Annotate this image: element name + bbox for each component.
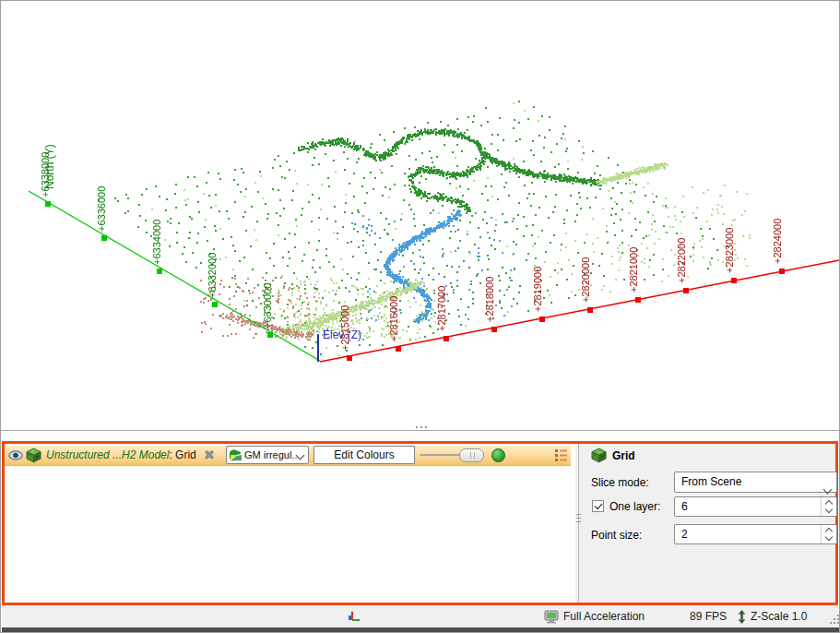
shape-title: Unstructured ...H2 Model: Grid — [46, 446, 196, 465]
acceleration-status[interactable]: Full Acceleration — [563, 605, 645, 627]
point-size-spinbox[interactable]: 2 — [674, 524, 837, 544]
shape-panel-frame: Unstructured ...H2 Model: Grid ✖ GM irre… — [2, 441, 838, 605]
panel-title: Grid — [612, 449, 635, 462]
list-properties-icon[interactable] — [554, 448, 568, 462]
horizontal-splitter-handle[interactable] — [425, 426, 427, 428]
opacity-slider-track[interactable] — [420, 454, 461, 456]
shape-title-suffix: : Grid — [169, 448, 195, 461]
monitor-icon — [544, 610, 559, 624]
chevron-down-icon — [297, 446, 303, 462]
one-layer-value: 6 — [681, 497, 688, 517]
one-layer-spinbox[interactable]: 6 — [674, 496, 837, 517]
shape-title-model: Unstructured ...H2 Model — [46, 448, 169, 461]
axes-icon — [346, 610, 361, 625]
colourmap-icon — [229, 448, 243, 462]
one-layer-checkbox[interactable] — [592, 500, 604, 512]
panel-splitter[interactable] — [575, 444, 582, 603]
z-scale-value[interactable]: Z-Scale 1.0 — [751, 605, 807, 627]
close-icon[interactable]: ✖ — [204, 446, 215, 464]
horizontal-splitter-handle[interactable] — [416, 426, 418, 428]
point-cloud-canvas[interactable] — [1, 1, 839, 430]
one-layer-label: One layer: — [609, 500, 660, 513]
shape-list: Unstructured ...H2 Model: Grid ✖ GM irre… — [5, 444, 575, 603]
slice-mode-value: From Scene — [681, 472, 741, 492]
edit-colours-button[interactable]: Edit Colours — [314, 446, 415, 464]
shape-status-light — [491, 448, 505, 462]
grid-cube-icon — [26, 448, 41, 463]
application-window: +6338000+6336000+6334000+6332000+6330000… — [0, 0, 840, 633]
checkmark-icon — [594, 501, 602, 509]
spin-down-icon — [825, 506, 833, 513]
point-size-value: 2 — [681, 525, 688, 544]
opacity-slider-handle[interactable] — [459, 448, 484, 462]
chevron-down-icon — [824, 480, 831, 496]
z-scale-arrow-icon — [737, 609, 747, 625]
slice-mode-select[interactable]: From Scene — [674, 472, 837, 493]
colourmap-dropdown[interactable]: GM irregul... — [226, 446, 309, 464]
eye-icon[interactable] — [8, 449, 23, 461]
horizontal-splitter-handle[interactable] — [420, 426, 422, 428]
shape-list-row-grid[interactable]: Unstructured ...H2 Model: Grid ✖ GM irre… — [5, 446, 571, 466]
colourmap-dropdown-value: GM irregul... — [244, 449, 297, 460]
spin-down-icon — [825, 533, 833, 541]
slice-mode-label: Slice mode: — [591, 476, 649, 489]
point-size-label: Point size: — [591, 529, 642, 542]
scene-3d-viewport[interactable]: +6338000+6336000+6334000+6332000+6330000… — [1, 1, 839, 430]
grid-cube-icon — [591, 448, 607, 463]
properties-panel: Grid Slice mode: From Scene One layer: 6… — [582, 444, 835, 603]
spinner-buttons[interactable] — [821, 525, 836, 543]
fps-counter: 89 FPS — [690, 605, 727, 627]
status-bar: Full Acceleration 89 FPS Z-Scale 1.0 — [2, 605, 840, 627]
window-bottom-edge — [2, 627, 840, 633]
spinner-buttons[interactable] — [821, 497, 836, 516]
viewport-bottom-border — [1, 430, 839, 431]
